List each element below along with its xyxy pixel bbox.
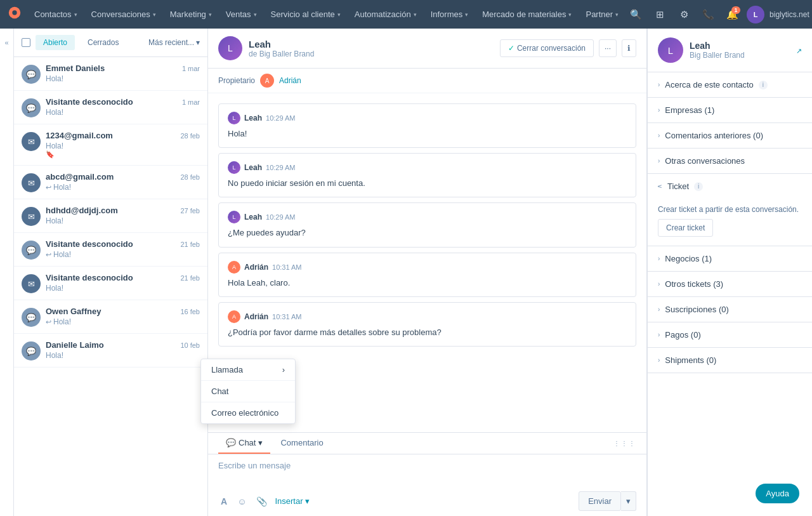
message-text: Hola! xyxy=(228,128,627,140)
phone-button[interactable]: 📞 xyxy=(698,5,717,24)
message-avatar: L xyxy=(228,211,240,223)
info-icon: i xyxy=(759,81,768,89)
crear-ticket-button[interactable]: Crear ticket xyxy=(658,219,713,237)
chat-input-area: 💬 Chat ▾ Comentario ⋮⋮⋮ Escribe un mensa… xyxy=(208,432,646,516)
nav-servicio[interactable]: Servicio al cliente ▾ xyxy=(265,6,347,23)
chat-area: L Leah de Big Baller Brand ✓ Cerrar conv… xyxy=(208,29,647,516)
nav-mercado[interactable]: Mercado de materiales ▾ xyxy=(476,6,578,23)
accordion-shipments: › Shipments (0) xyxy=(648,348,812,373)
list-item[interactable]: ✉ hdhdd@ddjdj.com 27 feb Hola! xyxy=(14,199,207,233)
hubspot-logo[interactable] xyxy=(8,6,22,23)
message-sender: Leah xyxy=(244,213,262,222)
ayuda-button[interactable]: Ayuda xyxy=(756,484,799,503)
dropdown-item-chat[interactable]: Chat xyxy=(201,381,295,402)
contact-name: 1234@gmail.com xyxy=(46,131,113,140)
nav-informes[interactable]: Informes ▾ xyxy=(424,6,475,23)
info-button[interactable]: ℹ xyxy=(622,39,636,57)
search-button[interactable]: 🔍 xyxy=(626,5,645,24)
contact-name: Visitante desconocido xyxy=(46,273,133,282)
notifications-button[interactable]: 🔔 1 xyxy=(723,5,742,24)
list-item[interactable]: 💬 Owen Gaffney 16 feb ↩ Hola! xyxy=(14,300,207,334)
external-link-icon[interactable]: ↗ xyxy=(796,47,802,55)
accordion-otras-conv: › Otras conversaciones xyxy=(648,149,812,174)
list-item[interactable]: 💬 Danielle Laimo 10 feb Hola! xyxy=(14,334,207,367)
send-options-button[interactable]: ▾ xyxy=(621,491,636,511)
attachment-button[interactable]: 📎 xyxy=(254,494,270,509)
collapse-panel-button[interactable]: « xyxy=(0,29,14,516)
chevron-down-icon: ▾ xyxy=(305,496,310,506)
right-panel-header: L Leah Big Baller Brand ↗ xyxy=(648,29,812,72)
accordion-header-ticket[interactable]: ∨ Ticket i xyxy=(648,174,812,199)
chat-header: L Leah de Big Baller Brand ✓ Cerrar conv… xyxy=(208,29,646,69)
main-layout: « Abierto Cerrados Más recient... ▾ 💬 Em… xyxy=(0,29,812,516)
chat-tabs: 💬 Chat ▾ Comentario ⋮⋮⋮ xyxy=(208,433,646,454)
insert-button[interactable]: Insertar ▾ xyxy=(275,496,309,506)
tab-chat[interactable]: 💬 Chat ▾ xyxy=(218,433,270,454)
chevron-right-icon: › xyxy=(658,157,660,164)
accordion-header-shipments[interactable]: › Shipments (0) xyxy=(648,348,812,373)
message-time: 10:29 AM xyxy=(266,213,295,221)
dropdown-item-llamada[interactable]: Llamada › xyxy=(201,359,295,380)
tab-closed[interactable]: Cerrados xyxy=(80,35,126,50)
list-item[interactable]: 💬 Emmet Daniels 1 mar Hola! xyxy=(14,57,207,91)
accordion-pagos: › Pagos (0) xyxy=(648,322,812,348)
list-item[interactable]: ✉ 1234@gmail.com 28 feb Hola! 🔖 xyxy=(14,124,207,166)
list-item[interactable]: 💬 Visitante desconocido 21 feb ↩ Hola! xyxy=(14,233,207,267)
accordion-header-otros-tickets[interactable]: › Otros tickets (3) xyxy=(648,272,812,296)
accordion-header-about[interactable]: › Acerca de este contacto i xyxy=(648,72,812,97)
accordion-header-otras-conv[interactable]: › Otras conversaciones xyxy=(648,149,812,173)
chat-icon: 💬 xyxy=(22,98,41,117)
nav-partner[interactable]: Partner ▾ xyxy=(579,6,625,23)
nav-ventas[interactable]: Ventas ▾ xyxy=(219,6,263,23)
nav-conversaciones[interactable]: Conversaciones ▾ xyxy=(85,6,162,23)
close-conversation-button[interactable]: ✓ Cerrar conversación xyxy=(500,39,594,57)
more-options-button[interactable]: ··· xyxy=(599,39,617,57)
tab-comment[interactable]: Comentario xyxy=(273,433,331,454)
accordion-header-empresas[interactable]: › Empresas (1) xyxy=(648,98,812,122)
chevron-down-icon: ▾ xyxy=(153,11,156,18)
apps-button[interactable]: ⊞ xyxy=(650,5,669,24)
settings-button[interactable]: ⚙ xyxy=(674,5,693,24)
context-dropdown-menu: Llamada › Chat Correo electrónico xyxy=(200,359,296,424)
dropdown-item-correo[interactable]: Correo electrónico xyxy=(201,402,295,423)
accordion-header-comentarios[interactable]: › Comentarios anteriores (0) xyxy=(648,123,812,148)
resize-handle[interactable]: ⋮⋮⋮ xyxy=(613,440,636,447)
chat-icon: 💬 xyxy=(22,241,41,260)
email-icon: ✉ xyxy=(22,132,41,151)
username-label[interactable]: biglytics.net xyxy=(769,10,809,19)
reply-arrow-icon: ↩ xyxy=(46,318,51,326)
message-time: 10:31 AM xyxy=(272,313,301,321)
contact-name: Emmet Daniels xyxy=(46,63,105,73)
email-icon: ✉ xyxy=(22,207,41,226)
conv-reply: ↩ Hola! xyxy=(46,250,200,259)
user-avatar[interactable]: L xyxy=(747,6,764,23)
accordion-header-suscripciones[interactable]: › Suscripciones (0) xyxy=(648,297,812,322)
message-input[interactable]: Escribe un mensaje xyxy=(208,454,646,486)
accordion-negocios: › Negocios (1) xyxy=(648,246,812,272)
accordion-header-negocios[interactable]: › Negocios (1) xyxy=(648,246,812,271)
accordion-ticket: ∨ Ticket i Crear ticket a partir de esta… xyxy=(648,174,812,246)
message-bubble: A Adrián 10:31 AM Hola Leah, claro. xyxy=(218,253,636,297)
tab-open[interactable]: Abierto xyxy=(36,35,75,50)
sort-filter-button[interactable]: Más recient... ▾ xyxy=(148,38,200,47)
nav-marketing[interactable]: Marketing ▾ xyxy=(164,6,218,23)
message-avatar: A xyxy=(228,261,240,274)
owner-name-link[interactable]: Adrián xyxy=(279,76,301,85)
bold-button[interactable]: A xyxy=(218,494,230,509)
nav-automatizacion[interactable]: Automatización ▾ xyxy=(348,6,423,23)
list-item[interactable]: ✉ Visitante desconocido 21 feb Hola! xyxy=(14,267,207,300)
chevron-right-icon: › xyxy=(282,365,285,374)
nav-contactos[interactable]: Contactos ▾ xyxy=(28,6,84,23)
list-item[interactable]: 💬 Visitante desconocido 1 mar Hola! xyxy=(14,91,207,124)
send-button[interactable]: Enviar xyxy=(579,491,621,511)
accordion-empresas: › Empresas (1) xyxy=(648,98,812,123)
chat-icon: 💬 xyxy=(22,308,41,327)
select-all-checkbox[interactable] xyxy=(22,38,30,47)
chevron-down-icon: ▾ xyxy=(196,38,200,47)
chevron-down-icon: ▾ xyxy=(414,11,417,18)
accordion-header-pagos[interactable]: › Pagos (0) xyxy=(648,322,812,347)
emoji-button[interactable]: ☺ xyxy=(235,494,249,509)
contact-name-right: Leah xyxy=(690,41,745,51)
conv-preview: Hola! xyxy=(46,142,200,150)
list-item[interactable]: ✉ abcd@gmail.com 28 feb ↩ Hola! xyxy=(14,166,207,199)
